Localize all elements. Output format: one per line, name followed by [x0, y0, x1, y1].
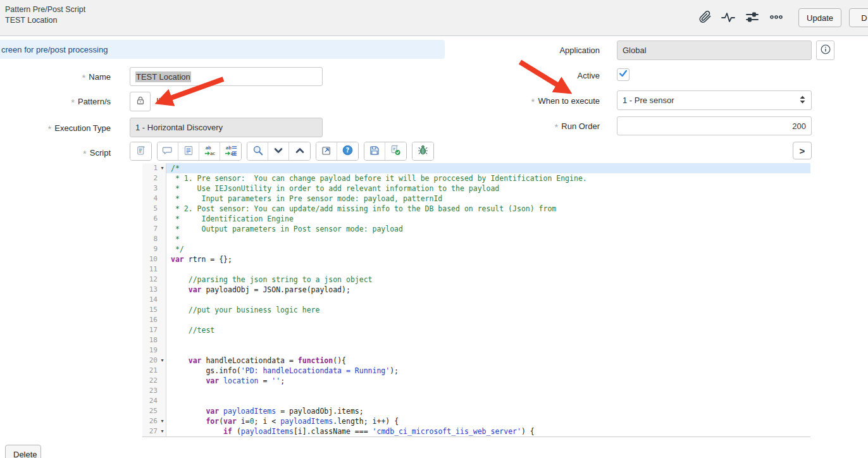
line-gutter: 16: [142, 315, 166, 325]
code-line[interactable]: 1▾/*: [142, 163, 810, 173]
code-line[interactable]: 12 //parsing the json string to a json o…: [142, 275, 810, 285]
syntax-check-button[interactable]: [385, 142, 406, 160]
line-number: 21: [142, 366, 159, 376]
save-button[interactable]: [364, 142, 385, 160]
help-button[interactable]: ?: [337, 142, 358, 160]
save-floppy-icon: [369, 145, 380, 158]
code-line[interactable]: 8 *: [142, 234, 810, 244]
line-gutter: 4: [142, 194, 166, 204]
code-line[interactable]: 2 * 1. Pre sensor: You can change payloa…: [142, 173, 810, 183]
more-options-button[interactable]: [767, 8, 786, 27]
line-number: 26: [142, 416, 159, 426]
code-text: var payloadObj = JSON.parse(payload);: [166, 285, 810, 295]
line-gutter: 8: [142, 234, 166, 244]
pulse-icon: [721, 9, 736, 27]
code-line[interactable]: 17 //test: [142, 325, 810, 335]
code-line[interactable]: 20▾ var handleLocationdata = function(){: [142, 356, 810, 366]
record-type-title: Pattern Pre/Post Script: [5, 4, 85, 15]
comment-bubble-icon: [162, 145, 173, 158]
line-gutter: 21: [142, 366, 166, 376]
code-line[interactable]: 6 * Identification Engine: [142, 214, 810, 224]
code-line[interactable]: 18: [142, 335, 810, 345]
code-text: /*: [166, 163, 810, 173]
fold-arrow-icon[interactable]: ▾: [159, 416, 166, 426]
fold-arrow-icon[interactable]: ▾: [159, 163, 166, 173]
line-number: 22: [142, 376, 159, 386]
code-line[interactable]: 7 * Output parameters in Post sensor mod…: [142, 224, 810, 234]
name-input[interactable]: TEST Location: [130, 67, 323, 86]
line-number: 8: [142, 234, 159, 244]
activity-stream-button[interactable]: [719, 8, 738, 27]
line-number: 12: [142, 275, 159, 285]
code-line[interactable]: 21 gs.info('PD: handleLocationdata = Run…: [142, 366, 810, 376]
code-line[interactable]: 13 var payloadObj = JSON.parse(payload);: [142, 285, 810, 295]
script-label: * Script: [0, 147, 111, 158]
code-line[interactable]: 5 * 2. Post sensor: You can update/add m…: [142, 204, 810, 214]
code-line[interactable]: 24: [142, 396, 810, 406]
pattern-lock-button[interactable]: [130, 92, 151, 111]
active-checkbox[interactable]: [617, 68, 629, 81]
patterns-value[interactable]: IIS: [156, 96, 166, 106]
line-number: 16: [142, 315, 159, 325]
expand-script-field-button[interactable]: >: [793, 142, 812, 159]
fold-arrow-icon[interactable]: ▾: [159, 356, 166, 366]
bug-icon: [417, 144, 429, 158]
code-line[interactable]: 23: [142, 386, 810, 396]
header-delete-button[interactable]: D: [849, 8, 868, 27]
mandatory-icon: *: [71, 99, 75, 106]
delete-button[interactable]: Delete: [5, 445, 41, 458]
code-line[interactable]: 9 */: [142, 244, 810, 254]
code-line[interactable]: 26▾ for(var i=0; i < payloadItems.length…: [142, 416, 810, 426]
code-text: [166, 335, 810, 345]
comment-code-button[interactable]: [158, 142, 178, 160]
code-line[interactable]: 22 var location = '';: [142, 376, 810, 386]
lock-icon: [135, 95, 146, 108]
code-line[interactable]: 3 * Use IEJsonUtility in order to add re…: [142, 183, 810, 194]
code-text: gs.info('PD: handleLocationdata = Runnin…: [166, 366, 810, 376]
when-to-execute-select[interactable]: 1 - Pre sensor: [617, 90, 812, 110]
format-code-button[interactable]: [178, 142, 199, 160]
line-gutter: 2: [142, 173, 166, 183]
code-line[interactable]: 27▾ if (payloadItems[i].className === 'c…: [142, 426, 810, 436]
debug-button[interactable]: [412, 142, 433, 160]
line-gutter: 10: [142, 254, 166, 264]
code-line[interactable]: 16: [142, 315, 810, 325]
line-number: 14: [142, 295, 159, 305]
application-info-button[interactable]: [816, 40, 834, 60]
form-header: Pattern Pre/Post Script TEST Location: [0, 0, 868, 36]
header-actions: Update D: [695, 0, 868, 35]
personalize-form-button[interactable]: [743, 8, 762, 27]
line-number: 2: [142, 173, 159, 183]
mandatory-icon: *: [48, 126, 52, 132]
search-button[interactable]: [247, 142, 268, 160]
update-button[interactable]: Update: [798, 8, 841, 27]
fold-arrow-icon[interactable]: ▾: [159, 426, 166, 436]
run-order-input[interactable]: 200: [617, 116, 812, 135]
code-line[interactable]: 25 var payloadItems = payloadObj.items;: [142, 406, 810, 416]
code-line[interactable]: 14: [142, 295, 810, 305]
line-number: 17: [142, 325, 159, 335]
find-next-button[interactable]: [268, 142, 289, 160]
line-gutter: 17: [142, 325, 166, 335]
line-gutter: 5: [142, 204, 166, 214]
code-line[interactable]: 15 //put your business logic here: [142, 305, 810, 315]
code-line[interactable]: 10var rtrn = {};: [142, 254, 810, 264]
pattern-pre-post-script-form: Pattern Pre/Post Script TEST Location: [0, 0, 868, 458]
code-line[interactable]: 4 * Input parameters in Pre sensor mode:…: [142, 194, 810, 204]
attachments-button[interactable]: [695, 8, 714, 27]
replace-icon: abac: [203, 144, 216, 159]
line-gutter: 6: [142, 214, 166, 224]
code-text: * Use IEJsonUtility in order to add rele…: [166, 183, 810, 194]
open-fullscreen-button[interactable]: [316, 142, 337, 160]
code-line[interactable]: 11: [142, 264, 810, 275]
replace-all-icon: abac: [225, 144, 237, 159]
toggle-syntax-editor-button[interactable]: [130, 142, 151, 160]
line-number: 13: [142, 285, 159, 295]
find-previous-button[interactable]: [289, 142, 310, 160]
replace-all-button[interactable]: abac: [220, 142, 241, 160]
replace-button[interactable]: abac: [199, 142, 220, 160]
svg-text:ab: ab: [206, 145, 211, 151]
code-line[interactable]: 19: [142, 345, 810, 356]
line-gutter: 1▾: [142, 163, 166, 173]
script-code-editor[interactable]: 1▾/*2 * 1. Pre sensor: You can change pa…: [142, 163, 810, 437]
